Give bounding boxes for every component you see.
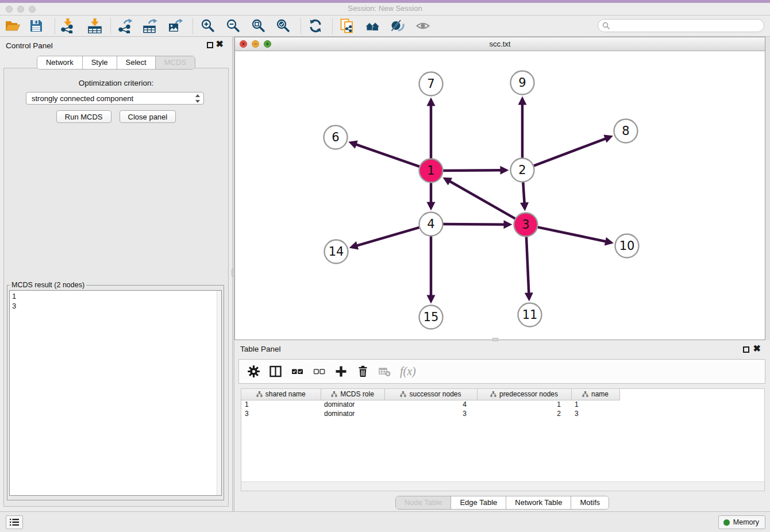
graph-node-14[interactable]: 14	[325, 240, 348, 264]
toolbar-separator	[192, 18, 193, 34]
graph-node-label: 9	[518, 76, 526, 90]
graph-edge-3-10[interactable]	[536, 227, 607, 242]
tab-mcds[interactable]: MCDS	[156, 56, 195, 69]
run-mcds-button[interactable]: Run MCDS	[56, 110, 111, 123]
toolbar-separator	[55, 18, 55, 34]
table-cell[interactable]: 4	[384, 400, 477, 409]
graph-edge-arrowhead	[605, 237, 614, 246]
column-header-label: name	[591, 390, 609, 398]
table-row[interactable]: 3dominator323	[241, 409, 619, 418]
criterion-dropdown[interactable]: strongly connected component	[26, 92, 204, 105]
graph-node-label: 15	[424, 310, 439, 324]
select-all-button[interactable]	[291, 365, 304, 378]
table-cell[interactable]: 3	[241, 409, 321, 418]
graph-node-label: 6	[332, 130, 339, 144]
clone-network-button[interactable]	[338, 17, 356, 34]
zoom-in-button[interactable]	[199, 17, 217, 34]
delete-table-button[interactable]	[378, 365, 391, 378]
column-header-shared-name[interactable]: shared name	[241, 389, 321, 400]
show-graphics-details-button[interactable]	[414, 17, 432, 34]
graph-node-6[interactable]: 6	[324, 126, 348, 149]
search-icon	[602, 22, 610, 30]
graph-node-2[interactable]: 2	[511, 159, 534, 182]
mcds-result-text[interactable]: 13	[9, 290, 222, 496]
hide-graphics-details-button[interactable]	[389, 17, 406, 34]
graph-edge-1-2[interactable]	[441, 170, 502, 171]
table-cell[interactable]: 1	[477, 400, 571, 409]
network-overview-button[interactable]	[364, 17, 381, 34]
table-cell[interactable]: dominator	[321, 400, 384, 409]
table-cell[interactable]: 2	[477, 409, 571, 418]
memory-button[interactable]: Memory	[718, 515, 765, 529]
import-network-button[interactable]	[59, 17, 76, 34]
tab-node-table[interactable]: Node Table	[396, 496, 452, 509]
graph-edge-2-3[interactable]	[523, 180, 525, 204]
tab-select[interactable]: Select	[117, 56, 156, 69]
zoom-out-button[interactable]	[225, 17, 242, 34]
table-cell[interactable]: 3	[571, 409, 619, 418]
table-float-icon[interactable]	[743, 346, 749, 353]
network-window-titlebar[interactable]: × – + scc.txt	[235, 37, 765, 51]
split-panel-button[interactable]	[269, 365, 282, 378]
column-header-MCDS-role[interactable]: MCDS role	[321, 389, 384, 400]
table-row[interactable]: 1dominator411	[241, 400, 619, 409]
close-panel-icon[interactable]: ✖	[216, 39, 224, 49]
tab-network-table[interactable]: Network Table	[506, 496, 571, 509]
graph-node-1[interactable]: 1	[419, 159, 443, 183]
graph-node-7[interactable]: 7	[419, 72, 443, 96]
delete-column-button[interactable]	[356, 365, 369, 378]
table-horizontal-scrollbar[interactable]	[241, 481, 764, 491]
graph-node-4[interactable]: 4	[419, 213, 443, 236]
graph-edge-3-11[interactable]	[526, 234, 529, 294]
table-cell[interactable]: 3	[384, 409, 477, 418]
network-canvas[interactable]: 1234678910111415	[235, 51, 765, 340]
task-history-button[interactable]	[6, 515, 23, 529]
zoom-fit-button[interactable]	[250, 17, 267, 34]
graph-node-8[interactable]: 8	[614, 119, 638, 143]
column-header-successor-nodes[interactable]: successor nodes	[384, 389, 477, 400]
apply-layout-button[interactable]	[307, 17, 324, 34]
graph-edge-3-1[interactable]	[449, 181, 517, 220]
zoom-selected-button[interactable]	[275, 17, 292, 34]
tab-motifs[interactable]: Motifs	[571, 496, 609, 509]
graph-node-15[interactable]: 15	[419, 306, 443, 329]
export-table-button[interactable]	[141, 17, 159, 34]
graph-node-9[interactable]: 9	[511, 71, 534, 95]
tab-edge-table[interactable]: Edge Table	[451, 496, 506, 509]
tab-style[interactable]: Style	[83, 56, 117, 69]
open-session-button[interactable]	[4, 17, 21, 34]
refresh-icon	[308, 18, 323, 33]
graph-edge-4-3[interactable]	[441, 224, 505, 225]
table-settings-button[interactable]	[247, 365, 260, 378]
table-close-icon[interactable]: ✖	[753, 344, 761, 354]
graph-node-3[interactable]: 3	[514, 213, 538, 237]
function-builder-button[interactable]: f(x)	[400, 365, 416, 378]
float-panel-icon[interactable]	[207, 42, 213, 48]
import-table-icon	[87, 18, 102, 33]
graph-node-10[interactable]: 10	[615, 234, 639, 258]
search-input[interactable]	[613, 20, 760, 31]
tab-network[interactable]: Network	[37, 56, 83, 69]
table-cell[interactable]: 1	[241, 400, 321, 409]
graph-edge-2-8[interactable]	[532, 138, 606, 167]
result-scrollbar[interactable]	[217, 291, 221, 495]
save-session-button[interactable]	[28, 17, 45, 34]
optimization-criterion-label: Optimization criterion:	[4, 79, 228, 87]
status-bar: Memory	[0, 511, 770, 532]
graph-edge-1-6[interactable]	[355, 144, 422, 168]
export-image-button[interactable]	[167, 17, 184, 34]
table-cell[interactable]: dominator	[321, 409, 384, 418]
graph-node-11[interactable]: 11	[518, 303, 542, 327]
deselect-all-button[interactable]	[313, 365, 326, 378]
graph-edge-4-14[interactable]	[356, 227, 421, 246]
close-panel-button[interactable]: Close panel	[120, 110, 176, 123]
import-table-button[interactable]	[86, 17, 103, 34]
add-column-button[interactable]	[334, 365, 348, 378]
column-header-name[interactable]: name	[571, 389, 619, 400]
table-cell[interactable]: 1	[571, 400, 619, 409]
node-table-grid: shared nameMCDS rolesuccessor nodesprede…	[241, 389, 620, 418]
column-header-predecessor-nodes[interactable]: predecessor nodes	[477, 389, 571, 400]
horizontal-splitter-handle[interactable]	[492, 338, 498, 341]
search-box[interactable]	[598, 19, 764, 32]
export-network-button[interactable]	[117, 17, 134, 34]
